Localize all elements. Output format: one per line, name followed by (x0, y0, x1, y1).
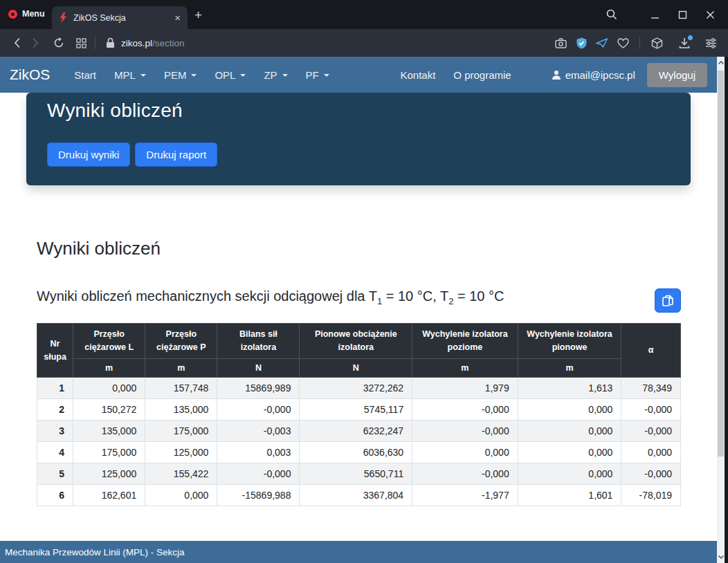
column-unit: m (518, 358, 621, 378)
copy-icon (662, 295, 674, 307)
camera-icon (555, 38, 567, 48)
value-cell: 157,748 (145, 378, 217, 399)
chevron-down-icon (240, 74, 246, 77)
value-cell: 175,000 (145, 421, 217, 442)
nav-item-mpl-dropdown[interactable]: MPL (105, 69, 155, 81)
results-header-card: Wyniki obliczeń Drukuj wyniki Drukuj rap… (26, 93, 691, 185)
reload-icon (53, 37, 64, 48)
value-cell: -0,000 (621, 463, 681, 485)
value-cell: -0,003 (217, 421, 300, 442)
column-header: Przęsło ciężarowe P (145, 324, 217, 359)
nav-item-start[interactable]: Start (65, 69, 105, 81)
page-scrollbar[interactable] (717, 57, 725, 563)
column-unit: m (412, 358, 518, 378)
value-cell: 6232,247 (300, 421, 412, 442)
back-button[interactable] (8, 34, 26, 52)
column-header: Przęsło ciężarowe L (73, 324, 145, 359)
toolbar-separator (639, 37, 640, 49)
scrollbar-down-arrow[interactable] (717, 552, 725, 562)
tab-close-icon[interactable]: × (174, 12, 181, 23)
reload-button[interactable] (50, 34, 68, 52)
table-row: 5125,000155,422-0,0005650,711-0,0000,000… (37, 463, 681, 485)
print-results-button[interactable]: Drukuj wyniki (47, 142, 130, 167)
search-icon (606, 9, 617, 20)
chevron-down-icon (140, 74, 146, 77)
heart-icon (617, 38, 629, 48)
value-cell: -78,019 (621, 485, 681, 506)
grid-icon (76, 38, 87, 48)
nav-item-pf-dropdown[interactable]: PF (297, 69, 338, 81)
nav-item-pem-dropdown[interactable]: PEM (155, 69, 206, 81)
close-icon (706, 10, 715, 19)
value-cell: 3367,804 (300, 485, 412, 506)
vpn-badge-button[interactable] (572, 34, 590, 52)
scrollbar-thumb[interactable] (718, 71, 724, 456)
web-page: ZikOS Start MPL PEM OPL ZP PF Kontakt O … (0, 57, 717, 563)
address-bar[interactable]: zikos.pl/section (106, 37, 552, 49)
nav-item-opl-dropdown[interactable]: OPL (206, 69, 255, 81)
row-number-cell: 5 (37, 463, 73, 485)
value-cell: 150,272 (73, 399, 145, 421)
nav-link-o-programie[interactable]: O programie (444, 69, 520, 81)
column-header: α (621, 324, 681, 378)
column-header: Wychylenie izolatora poziome (412, 324, 518, 359)
nav-item-zp-dropdown[interactable]: ZP (255, 69, 296, 81)
value-cell: 162,601 (73, 485, 145, 506)
value-cell: -15869,988 (217, 485, 300, 506)
value-cell: 1,613 (518, 378, 621, 399)
new-tab-button[interactable]: + (194, 8, 202, 23)
value-cell: -0,000 (621, 399, 681, 421)
person-icon (552, 70, 561, 80)
value-cell: 135,000 (73, 421, 145, 442)
forward-button[interactable] (26, 34, 44, 52)
value-cell: 0,000 (73, 378, 145, 399)
main-content: Wyniki obliczeń Wyniki obliczeń mechanic… (0, 238, 717, 506)
downloads-button[interactable] (675, 34, 693, 52)
scrollbar-up-arrow[interactable] (717, 57, 725, 68)
value-cell: 0,000 (412, 442, 518, 463)
column-header: Wychylenie izolatora pionowe (518, 324, 621, 359)
window-minimize-button[interactable] (641, 4, 668, 25)
card-title: Wyniki obliczeń (47, 100, 670, 122)
user-account[interactable]: email@ipcsc.pl (552, 69, 635, 81)
extensions-button[interactable] (648, 34, 666, 52)
value-cell: 1,601 (518, 485, 621, 506)
nav-link-kontakt[interactable]: Kontakt (391, 69, 444, 81)
user-email: email@ipcsc.pl (565, 69, 635, 81)
sliders-icon (705, 38, 717, 48)
toolbar-right-icons (552, 34, 720, 52)
toolbar-separator (95, 37, 95, 49)
row-number-cell: 6 (37, 485, 73, 506)
bookmark-button[interactable] (614, 34, 632, 52)
results-table-body: 10,000157,74815869,9893272,2621,9791,613… (37, 378, 681, 506)
window-close-button[interactable] (696, 4, 724, 25)
row-number-cell: 1 (37, 378, 73, 399)
value-cell: 3272,262 (300, 378, 412, 399)
cube-icon (651, 37, 663, 49)
logout-button[interactable]: Wyloguj (647, 63, 707, 87)
copy-table-button[interactable] (655, 288, 681, 313)
back-icon (14, 37, 21, 48)
tab-title: ZikOS Sekcja (73, 13, 169, 23)
row-number-cell: 3 (37, 421, 73, 442)
paper-plane-icon (596, 37, 608, 48)
browser-menu-button[interactable]: Menu (8, 9, 45, 19)
browser-search-button[interactable] (598, 4, 626, 25)
results-subtitle: Wyniki obliczeń mechanicznych sekcji odc… (37, 288, 504, 306)
download-notification-dot (688, 35, 693, 40)
value-cell: 0,000 (518, 399, 621, 421)
browser-tab[interactable]: ZikOS Sekcja × (52, 6, 188, 29)
speed-dial-grid-button[interactable] (72, 34, 90, 52)
page-title: Wyniki obliczeń (37, 238, 681, 259)
easy-setup-button[interactable] (702, 34, 720, 52)
snapshot-button[interactable] (552, 34, 570, 52)
table-row: 6162,6010,000-15869,9883367,804-1,9771,6… (37, 485, 681, 506)
flow-button[interactable] (593, 34, 611, 52)
window-maximize-button[interactable] (668, 4, 696, 25)
forward-icon (32, 37, 39, 48)
print-report-button[interactable]: Drukuj raport (135, 142, 217, 167)
browser-toolbar: zikos.pl/section (0, 29, 728, 57)
value-cell: 0,000 (621, 442, 681, 463)
value-cell: -0,000 (217, 463, 300, 485)
site-brand[interactable]: ZikOS (10, 66, 50, 83)
